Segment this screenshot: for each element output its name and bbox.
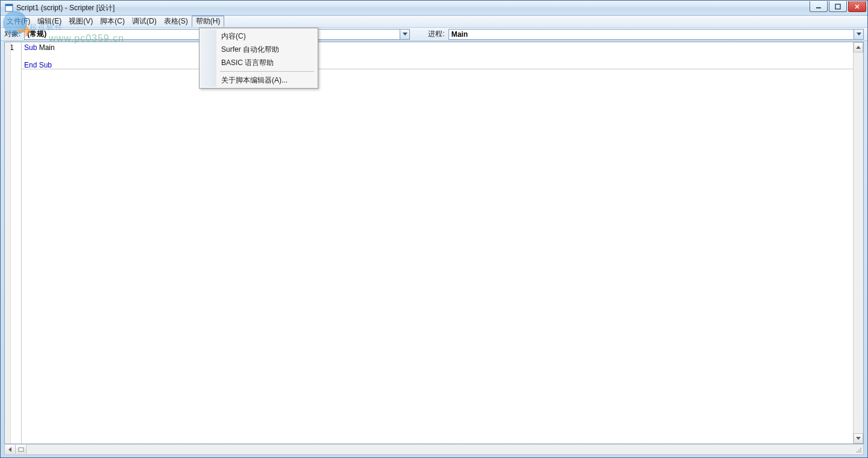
line-gutter: 1 (5, 42, 22, 444)
app-window: Script1 (script) - Scripter [设计] 文件(F) 编… (0, 0, 868, 458)
help-surfer[interactable]: Surfer 自动化帮助 (201, 43, 316, 56)
hscroll-track[interactable] (27, 445, 853, 454)
maximize-icon (835, 4, 841, 10)
code-area[interactable]: Sub Main End Sub (22, 42, 853, 444)
chevron-down-icon (854, 30, 863, 39)
help-contents[interactable]: 内容(C) (201, 30, 316, 43)
svg-rect-3 (835, 4, 840, 9)
chevron-down-icon (400, 30, 409, 39)
svg-point-5 (860, 451, 861, 453)
proc-divider (22, 69, 853, 69)
menu-file[interactable]: 文件(F) (3, 16, 34, 27)
sheet-tab[interactable] (16, 445, 27, 454)
window-controls (810, 1, 866, 12)
menu-help[interactable]: 帮助(H) (192, 16, 225, 27)
menu-script[interactable]: 脚本(C) (96, 16, 128, 27)
help-dropdown: 内容(C) Surfer 自动化帮助 BASIC 语言帮助 关于脚本编辑器(A)… (199, 28, 318, 89)
keyword-sub: Sub (24, 43, 37, 52)
close-button[interactable] (848, 1, 866, 12)
sheet-nav-prev[interactable] (5, 445, 16, 454)
scroll-down-icon[interactable] (854, 433, 863, 444)
vertical-scrollbar[interactable] (853, 42, 863, 444)
app-icon (4, 3, 14, 13)
minimize-icon (816, 4, 822, 10)
help-basic[interactable]: BASIC 语言帮助 (201, 56, 316, 69)
menu-debug[interactable]: 调试(D) (128, 16, 160, 27)
svg-point-7 (860, 450, 861, 451)
keyword-sub2: Sub (37, 61, 52, 69)
svg-rect-4 (19, 448, 24, 451)
help-about[interactable]: 关于脚本编辑器(A)... (201, 74, 316, 87)
menu-bar: 文件(F) 编辑(E) 视图(V) 脚本(C) 调试(D) 表格(S) 帮助(H… (1, 16, 867, 28)
menu-sheet[interactable]: 表格(S) (160, 16, 192, 27)
scroll-track[interactable] (854, 52, 863, 433)
breakpoint-bar[interactable] (5, 42, 11, 444)
close-icon (854, 4, 860, 10)
menu-edit[interactable]: 编辑(E) (34, 16, 65, 27)
svg-point-9 (858, 450, 860, 451)
keyword-end: End (24, 61, 37, 69)
object-proc-bar: 对象: (常规) 进程: Main (1, 28, 867, 41)
menu-view[interactable]: 视图(V) (65, 16, 96, 27)
object-label: 对象: (4, 29, 20, 39)
svg-rect-1 (5, 4, 13, 6)
proc-combo[interactable]: Main (448, 29, 864, 40)
scroll-up-icon[interactable] (854, 42, 863, 52)
svg-point-6 (858, 451, 860, 453)
maximize-button[interactable] (829, 1, 847, 12)
identifier-main: Main (37, 43, 54, 52)
resize-grip-icon[interactable] (853, 445, 863, 454)
svg-point-8 (857, 451, 858, 453)
window-title: Script1 (script) - Scripter [设计] (16, 3, 115, 13)
title-bar: Script1 (script) - Scripter [设计] (1, 1, 867, 16)
svg-rect-2 (816, 7, 821, 8)
code-editor[interactable]: 1 Sub Main End Sub (4, 42, 864, 444)
menu-separator (219, 69, 316, 74)
proc-label: 进程: (428, 29, 444, 39)
horizontal-scrollbar[interactable] (4, 445, 864, 455)
svg-point-10 (860, 448, 861, 449)
proc-combo-value: Main (449, 30, 854, 39)
minimize-button[interactable] (810, 1, 828, 12)
